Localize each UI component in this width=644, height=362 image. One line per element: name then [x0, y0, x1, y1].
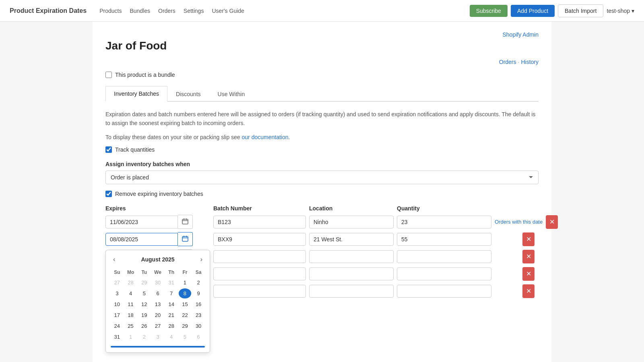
delete-button-5[interactable]: ✕	[522, 284, 535, 298]
calendar-day[interactable]: 23	[192, 310, 205, 320]
navbar: Product Expiration Dates Products Bundle…	[0, 0, 644, 22]
orders-history-link[interactable]: Orders	[499, 59, 516, 65]
date-input-1[interactable]	[105, 216, 178, 228]
nav-users-guide[interactable]: User's Guide	[212, 8, 244, 14]
calendar-day[interactable]: 31	[165, 278, 178, 288]
batch-input-4[interactable]	[213, 267, 306, 280]
calendar-day[interactable]: 5	[179, 332, 192, 342]
brand-title: Product Expiration Dates	[10, 7, 87, 14]
batch-input-3[interactable]	[213, 250, 306, 263]
calendar-day[interactable]: 6	[151, 288, 164, 298]
tab-use-within[interactable]: Use Within	[209, 86, 254, 102]
calendar-day[interactable]: 30	[151, 278, 164, 288]
calendar-day[interactable]: 22	[179, 310, 192, 320]
nav-actions: Subscribe Add Product Batch Import test-…	[470, 4, 634, 17]
calendar-day[interactable]: 4	[165, 332, 178, 342]
nav-bundles[interactable]: Bundles	[130, 8, 150, 14]
calendar-day[interactable]: 31	[111, 332, 124, 342]
calendar-day[interactable]: 1	[124, 332, 137, 342]
calendar-day[interactable]: 6	[192, 332, 205, 342]
calendar-day[interactable]: 19	[138, 310, 151, 320]
quantity-input-2[interactable]	[397, 233, 491, 246]
calendar-button-2[interactable]	[178, 232, 193, 246]
description-1: Expiration dates and batch numbers enter…	[105, 110, 539, 128]
calendar-day[interactable]: 29	[138, 278, 151, 288]
calendar-day[interactable]: 11	[124, 299, 137, 309]
calendar-day[interactable]: 3	[111, 288, 124, 298]
tabs: Inventory Batches Discounts Use Within	[105, 86, 539, 102]
batch-input-1[interactable]	[213, 216, 306, 228]
calendar-day[interactable]: 29	[179, 321, 192, 331]
batch-input-2[interactable]	[213, 233, 306, 246]
delete-button-1[interactable]: ✕	[546, 215, 558, 229]
calendar-day[interactable]: 30	[192, 321, 205, 331]
quantity-input-3[interactable]	[397, 250, 491, 263]
add-product-button[interactable]: Add Product	[511, 5, 555, 17]
calendar-next-button[interactable]: ›	[198, 255, 205, 264]
location-select-2[interactable]: Ninho 21 West St.	[309, 233, 394, 246]
quantity-input-4[interactable]	[397, 267, 491, 280]
calendar-day[interactable]: 10	[111, 299, 124, 309]
doc-link[interactable]: our documentation	[242, 134, 289, 140]
assign-select[interactable]: Order is placed Order is fulfilled	[105, 171, 539, 184]
calendar-day[interactable]: 1	[179, 278, 192, 288]
calendar-day[interactable]: 28	[124, 278, 137, 288]
calendar-day[interactable]: 12	[138, 299, 151, 309]
calendar-day[interactable]: 15	[179, 299, 192, 309]
calendar-day[interactable]: 2	[192, 278, 205, 288]
delete-button-2[interactable]: ✕	[522, 232, 535, 246]
calendar-day[interactable]: 25	[124, 321, 137, 331]
calendar-day[interactable]: 14	[165, 299, 178, 309]
calendar-day[interactable]: 21	[165, 310, 178, 320]
bundle-checkbox[interactable]	[105, 72, 112, 78]
calendar-day[interactable]: 20	[151, 310, 164, 320]
day-header-tu: Tu	[138, 268, 151, 277]
store-dropdown-button[interactable]: test-shop ▾	[607, 8, 634, 14]
nav-orders[interactable]: Orders	[158, 8, 175, 14]
calendar-day[interactable]: 3	[151, 332, 164, 342]
location-select-5[interactable]: Ninho 21 West St.	[309, 285, 394, 298]
quantity-input-5[interactable]	[397, 285, 491, 298]
calendar-icon-1	[182, 218, 188, 224]
calendar-day[interactable]: 4	[124, 288, 137, 298]
batch-import-button[interactable]: Batch Import	[558, 4, 603, 17]
location-select-3[interactable]: Ninho 21 West St.	[309, 250, 394, 263]
calendar-day[interactable]: 2	[138, 332, 151, 342]
remove-expiring-checkbox[interactable]	[105, 191, 112, 197]
svg-rect-0	[182, 219, 188, 224]
calendar-prev-button[interactable]: ‹	[111, 255, 118, 264]
tab-inventory-batches[interactable]: Inventory Batches	[105, 86, 167, 102]
orders-with-date-link-1[interactable]: Orders with this date	[495, 219, 543, 225]
calendar-day[interactable]: 17	[111, 310, 124, 320]
date-input-2[interactable]	[105, 233, 178, 246]
subscribe-button[interactable]: Subscribe	[470, 5, 508, 17]
tab-discounts[interactable]: Discounts	[167, 86, 209, 102]
calendar-day-selected[interactable]: 8	[179, 288, 192, 298]
calendar-day[interactable]: 26	[138, 321, 151, 331]
batch-input-5[interactable]	[213, 285, 306, 298]
calendar-icon-2	[182, 235, 188, 242]
calendar-day[interactable]: 24	[111, 321, 124, 331]
calendar-button-1[interactable]	[178, 215, 193, 229]
history-link[interactable]: History	[521, 59, 539, 65]
calendar-day[interactable]: 28	[165, 321, 178, 331]
location-select-4[interactable]: Ninho 21 West St.	[309, 267, 394, 280]
calendar-day[interactable]: 18	[124, 310, 137, 320]
calendar-day[interactable]: 27	[151, 321, 164, 331]
calendar-day[interactable]: 13	[151, 299, 164, 309]
day-header-sa: Sa	[192, 268, 205, 277]
calendar-day[interactable]: 9	[192, 288, 205, 298]
quantity-input-1[interactable]	[397, 216, 491, 228]
calendar-day[interactable]: 16	[192, 299, 205, 309]
calendar-day[interactable]: 5	[138, 288, 151, 298]
delete-button-3[interactable]: ✕	[522, 250, 535, 263]
nav-settings[interactable]: Settings	[184, 8, 204, 14]
track-quantities-checkbox[interactable]	[105, 146, 112, 153]
col-location: Location	[309, 205, 394, 212]
shopify-admin-link[interactable]: Shopify Admin	[503, 31, 539, 38]
calendar-day[interactable]: 27	[111, 278, 124, 288]
delete-button-4[interactable]: ✕	[522, 267, 535, 281]
location-select-1[interactable]: Ninho 21 West St.	[309, 216, 394, 228]
nav-products[interactable]: Products	[99, 8, 122, 14]
calendar-day[interactable]: 7	[165, 288, 178, 298]
